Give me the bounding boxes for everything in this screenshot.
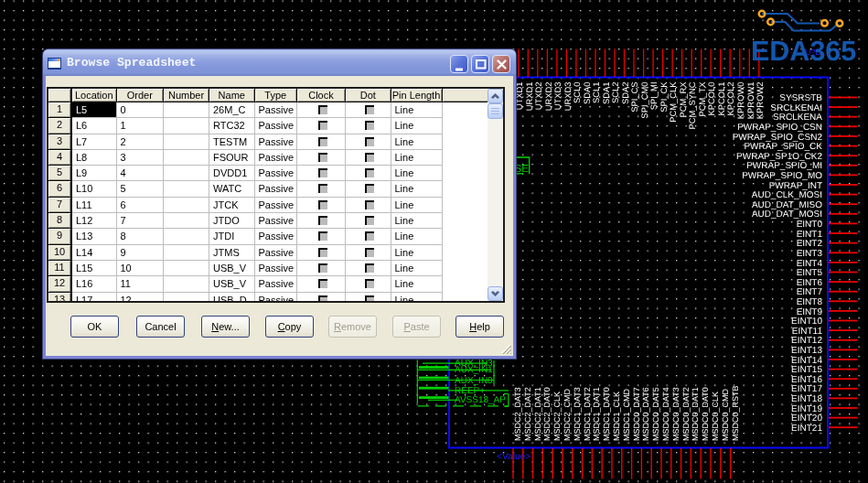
svg-text:MSDC0_DAT3: MSDC0_DAT3 [671, 387, 680, 441]
svg-text:AUD_DAT_MOSI: AUD_DAT_MOSI [752, 209, 822, 220]
svg-text:KPCOL0: KPCOL0 [706, 82, 716, 116]
svg-text:UTXD2: UTXD2 [533, 82, 543, 111]
svg-text:EINT7: EINT7 [797, 287, 823, 297]
svg-text:MSDC0_DAT6: MSDC0_DAT6 [641, 387, 650, 441]
svg-text:MSDC1_CLK: MSDC1_CLK [612, 392, 621, 441]
svg-text:KPROW1: KPROW1 [745, 82, 755, 120]
svg-text:SCL0: SCL0 [572, 82, 582, 103]
svg-text:UTXD3: UTXD3 [552, 82, 563, 111]
svg-text:AVSS18_AP: AVSS18_AP [455, 395, 506, 405]
svg-text:SDA0: SDA0 [582, 82, 592, 105]
svg-text:EINT15: EINT15 [791, 365, 822, 375]
svg-text:EINT3: EINT3 [797, 249, 823, 259]
svg-text:EINT18: EINT18 [791, 394, 822, 404]
svg-text:SDA1: SDA1 [601, 82, 611, 105]
svg-text:KPROW0: KPROW0 [735, 82, 745, 120]
svg-text:EINT21: EINT21 [791, 424, 822, 434]
svg-text:EINT19: EINT19 [791, 404, 822, 414]
svg-text:EINT8: EINT8 [797, 297, 823, 307]
svg-text:SRCLKENAI: SRCLKENAI [770, 103, 822, 113]
svg-text:MSDC0_DAT7: MSDC0_DAT7 [632, 387, 641, 441]
svg-text:SPI_CK: SPI_CK [659, 81, 669, 113]
svg-text:EINT9: EINT9 [797, 307, 823, 317]
svg-text:MSDC1_DAT0: MSDC1_DAT0 [602, 387, 611, 441]
svg-text:EINT1: EINT1 [797, 230, 823, 240]
svg-text:MSDC1_DAT3: MSDC1_DAT3 [573, 387, 582, 441]
svg-text:EINT5: EINT5 [797, 268, 823, 278]
svg-text:EINT6: EINT6 [797, 278, 823, 288]
svg-text:SYSRSTB: SYSRSTB [779, 93, 822, 103]
svg-text:AUX_IN1: AUX_IN1 [455, 365, 493, 375]
svg-text:PWRAP_INT: PWRAP_INT [769, 181, 822, 191]
svg-text:EINT2: EINT2 [797, 239, 823, 249]
svg-text:MSDC0_RSTB: MSDC0_RSTB [731, 385, 740, 441]
svg-text:SCL2: SCL2 [610, 82, 620, 103]
svg-text:EINT12: EINT12 [791, 336, 822, 346]
svg-text:SDA2: SDA2 [620, 82, 630, 105]
svg-text:EINT13: EINT13 [791, 346, 822, 356]
svg-text:EINT11: EINT11 [792, 327, 823, 337]
svg-text:EINT16: EINT16 [791, 375, 822, 385]
svg-text:MSDC0_DAT1: MSDC0_DAT1 [691, 387, 700, 441]
svg-text:<Value>: <Value> [497, 452, 530, 462]
svg-text:MSDC2_CMD: MSDC2_CMD [563, 388, 572, 441]
svg-text:MSDC2_DAT3: MSDC2_DAT3 [513, 387, 522, 441]
svg-text:PCM_CLK: PCM_CLK [668, 81, 678, 123]
svg-text:PCM_TX: PCM_TX [697, 81, 707, 117]
svg-text:URXD3: URXD3 [563, 82, 573, 112]
svg-text:MSDC2_DAT2: MSDC2_DAT2 [523, 387, 532, 441]
svg-text:PWRAP_SPIO_CK: PWRAP_SPIO_CK [744, 142, 822, 152]
svg-text:AUD_CLK_MOSI: AUD_CLK_MOSI [752, 190, 822, 200]
svg-text:EINT17: EINT17 [791, 384, 822, 394]
svg-text:EINT14: EINT14 [791, 356, 822, 366]
svg-text:MSDC2_CLK: MSDC2_CLK [552, 392, 562, 441]
svg-text:SPI_CS: SPI_CS [629, 82, 639, 113]
svg-text:PWRAP_SPIO_CSN: PWRAP_SPIO_CSN [737, 123, 822, 133]
svg-text:PWRAP_SPIO_MI: PWRAP_SPIO_MI [746, 161, 822, 171]
svg-text:MSDC0_DAT4: MSDC0_DAT4 [661, 387, 670, 441]
svg-text:EINT10: EINT10 [791, 317, 822, 327]
svg-text:SPI_MI: SPI_MI [648, 82, 659, 111]
svg-text:KPROW2: KPROW2 [755, 82, 765, 120]
svg-text:MSDC2_DAT0: MSDC2_DAT0 [542, 387, 552, 441]
svg-text:MSDC1_DAT2: MSDC1_DAT2 [583, 387, 592, 441]
svg-text:PCM_SYNC: PCM_SYNC [687, 81, 697, 129]
svg-text:PWRAP_SP1O_CK2: PWRAP_SP1O_CK2 [736, 152, 822, 162]
svg-text:KPCOL1: KPCOL1 [716, 82, 726, 116]
svg-text:MSDC0_CMD: MSDC0_CMD [721, 388, 730, 441]
svg-text:MSDC2_DAT1: MSDC2_DAT1 [533, 387, 542, 441]
svg-text:AUX_IN0: AUX_IN0 [455, 376, 493, 386]
svg-text:MSDC0_DAT2: MSDC0_DAT2 [681, 387, 691, 441]
svg-text:URXD2: URXD2 [543, 82, 553, 112]
svg-text:MSDC1_CMD: MSDC1_CMD [622, 388, 631, 441]
svg-text:MSDC1_DAT1: MSDC1_DAT1 [592, 387, 601, 441]
svg-text:MSDC0_DAT0: MSDC0_DAT0 [701, 387, 710, 441]
svg-text:SE: SE [515, 164, 530, 175]
svg-text:PWRAP_SPIO_CSN2: PWRAP_SPIO_CSN2 [733, 133, 823, 143]
svg-text:MSDC0_DAT5: MSDC0_DAT5 [651, 387, 660, 441]
svg-text:EINT20: EINT20 [791, 413, 822, 424]
svg-text:EDA365: EDA365 [751, 36, 856, 67]
svg-text:AUD_DAT_MISO: AUD_DAT_MISO [752, 200, 822, 210]
svg-text:KPCOL2: KPCOL2 [725, 82, 735, 116]
svg-text:EINT0: EINT0 [797, 220, 823, 230]
svg-text:EINT4: EINT4 [797, 259, 823, 269]
svg-text:SPI_CM0: SPI_CM0 [639, 82, 649, 119]
svg-text:SRCLKENA: SRCLKENA [773, 113, 822, 123]
svg-text:URXD1: URXD1 [524, 82, 534, 112]
svg-text:MSDC0_CLK: MSDC0_CLK [711, 392, 720, 441]
svg-text:PCM_RX: PCM_RX [678, 81, 688, 118]
svg-text:SCL1: SCL1 [591, 82, 601, 103]
svg-text:PWRAP_SPIO_MO: PWRAP_SPIO_MO [742, 171, 822, 181]
